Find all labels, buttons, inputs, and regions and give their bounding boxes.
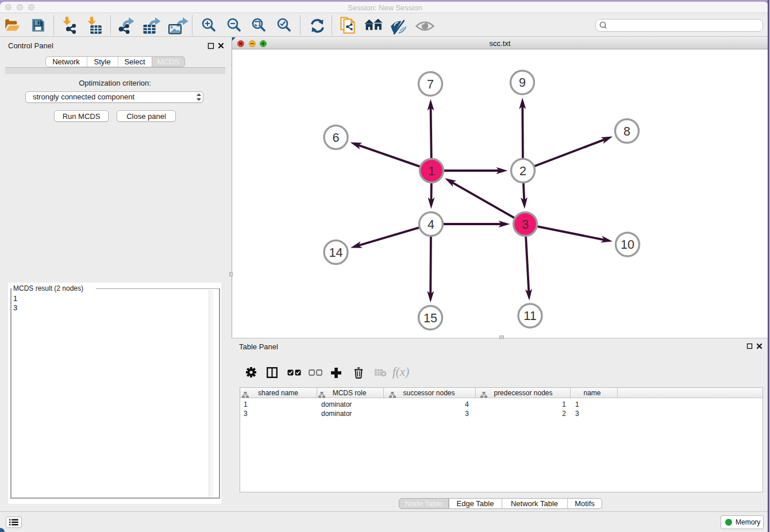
- svg-text:15: 15: [424, 311, 437, 325]
- svg-text:3: 3: [522, 218, 529, 232]
- svg-text:6: 6: [333, 131, 340, 145]
- svg-text:14: 14: [329, 246, 343, 260]
- svg-text:10: 10: [621, 238, 634, 252]
- svg-text:1: 1: [428, 164, 435, 178]
- svg-text:7: 7: [427, 78, 434, 91]
- svg-text:9: 9: [519, 76, 526, 90]
- svg-text:8: 8: [623, 125, 630, 138]
- svg-text:4: 4: [428, 218, 434, 232]
- svg-text:2: 2: [519, 164, 526, 178]
- svg-text:11: 11: [523, 309, 536, 323]
